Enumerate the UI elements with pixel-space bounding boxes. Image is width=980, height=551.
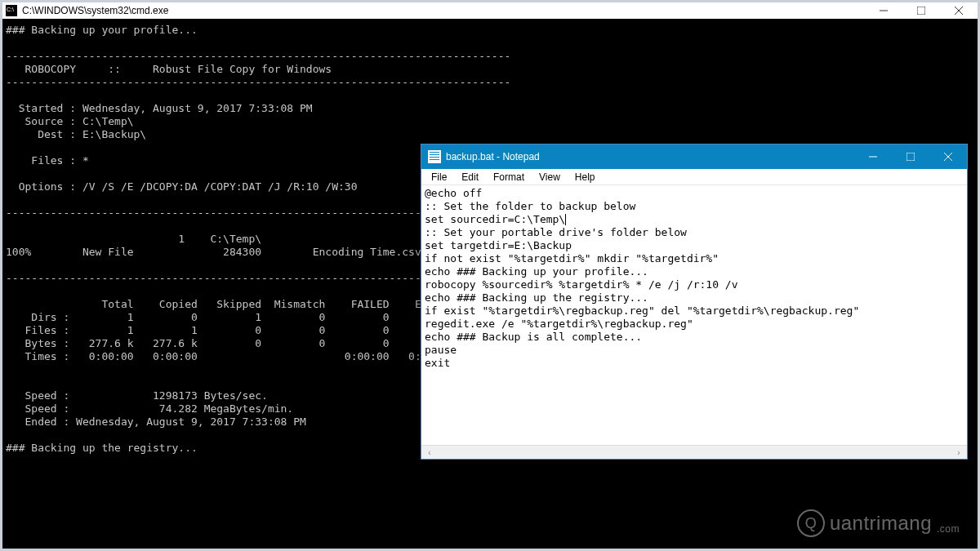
menu-format[interactable]: Format (487, 170, 531, 184)
cmd-titlebar[interactable]: C:\WINDOWS\system32\cmd.exe (2, 2, 978, 19)
svg-rect-1 (917, 7, 925, 15)
minimize-button[interactable] (865, 2, 902, 19)
notepad-h-scrollbar[interactable]: ‹ › (421, 445, 967, 459)
scroll-right-icon[interactable]: › (952, 448, 965, 457)
scroll-left-icon[interactable]: ‹ (423, 448, 436, 457)
notepad-title: backup.bat - Notepad (446, 151, 540, 162)
notepad-window: backup.bat - Notepad File Edit Format Vi… (421, 144, 968, 460)
notepad-titlebar[interactable]: backup.bat - Notepad (421, 144, 967, 169)
menu-edit[interactable]: Edit (455, 170, 485, 184)
watermark: Q uantrimang .com (797, 509, 960, 537)
menu-view[interactable]: View (532, 170, 567, 184)
notepad-icon (428, 150, 441, 163)
maximize-button[interactable] (902, 2, 940, 19)
watermark-text: uantrimang (830, 512, 932, 535)
menu-file[interactable]: File (425, 170, 453, 184)
svg-rect-5 (906, 153, 915, 161)
menu-help[interactable]: Help (568, 170, 602, 184)
close-button[interactable] (929, 144, 967, 169)
notepad-textarea[interactable]: @echo off:: Set the folder to backup bel… (421, 185, 967, 445)
watermark-dotcom: .com (937, 523, 960, 535)
minimize-button[interactable] (854, 144, 892, 169)
maximize-button[interactable] (892, 144, 929, 169)
notepad-menubar: File Edit Format View Help (421, 169, 967, 185)
bulb-icon: Q (797, 509, 825, 537)
cmd-title: C:\WINDOWS\system32\cmd.exe (22, 5, 168, 16)
cmd-icon (6, 5, 17, 16)
close-button[interactable] (940, 2, 978, 19)
